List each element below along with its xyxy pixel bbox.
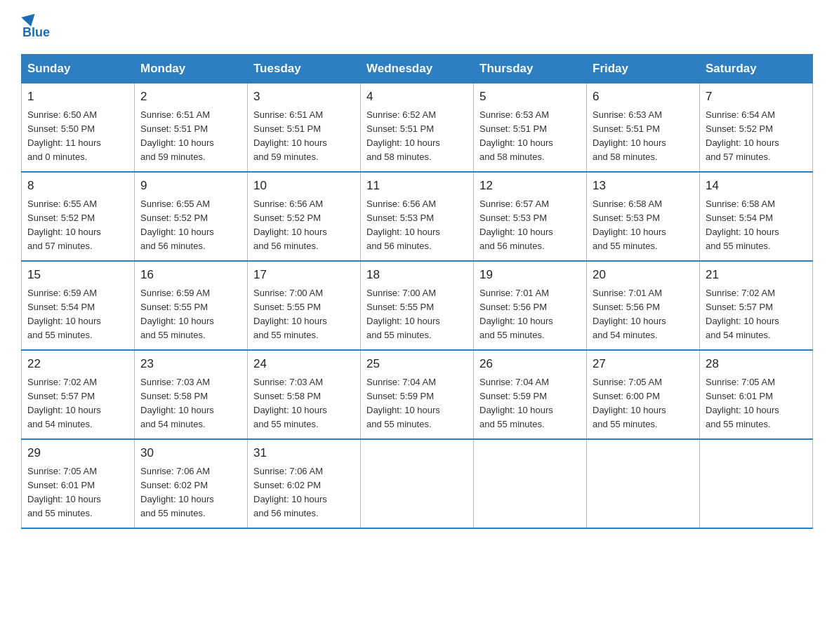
calendar-cell: 19 Sunrise: 7:01 AMSunset: 5:56 PMDaylig…: [474, 261, 587, 350]
calendar-cell: 29 Sunrise: 7:05 AMSunset: 6:01 PMDaylig…: [22, 439, 135, 528]
day-info: Sunrise: 7:05 AMSunset: 6:00 PMDaylight:…: [593, 377, 666, 429]
calendar-cell: 11 Sunrise: 6:56 AMSunset: 5:53 PMDaylig…: [361, 172, 474, 261]
day-info: Sunrise: 7:05 AMSunset: 6:01 PMDaylight:…: [706, 377, 779, 429]
day-info: Sunrise: 6:59 AMSunset: 5:54 PMDaylight:…: [27, 288, 101, 340]
calendar-cell: 4 Sunrise: 6:52 AMSunset: 5:51 PMDayligh…: [361, 83, 474, 173]
calendar-cell: [587, 439, 700, 528]
calendar-cell: 31 Sunrise: 7:06 AMSunset: 6:02 PMDaylig…: [248, 439, 361, 528]
calendar-cell: 30 Sunrise: 7:06 AMSunset: 6:02 PMDaylig…: [135, 439, 248, 528]
day-number: 25: [366, 355, 468, 373]
day-header-thursday: Thursday: [474, 55, 587, 83]
calendar-cell: 21 Sunrise: 7:02 AMSunset: 5:57 PMDaylig…: [700, 261, 813, 350]
day-info: Sunrise: 7:05 AMSunset: 6:01 PMDaylight:…: [27, 466, 101, 518]
day-info: Sunrise: 6:59 AMSunset: 5:55 PMDaylight:…: [140, 288, 214, 340]
day-number: 12: [479, 177, 581, 195]
calendar-cell: 3 Sunrise: 6:51 AMSunset: 5:51 PMDayligh…: [248, 83, 361, 173]
calendar-cell: 7 Sunrise: 6:54 AMSunset: 5:52 PMDayligh…: [700, 83, 813, 173]
calendar-cell: 24 Sunrise: 7:03 AMSunset: 5:58 PMDaylig…: [248, 350, 361, 439]
day-number: 7: [706, 88, 807, 106]
calendar-cell: 22 Sunrise: 7:02 AMSunset: 5:57 PMDaylig…: [22, 350, 135, 439]
calendar-cell: 28 Sunrise: 7:05 AMSunset: 6:01 PMDaylig…: [700, 350, 813, 439]
day-info: Sunrise: 6:54 AMSunset: 5:52 PMDaylight:…: [706, 109, 779, 162]
day-number: 31: [253, 444, 355, 462]
calendar-cell: 2 Sunrise: 6:51 AMSunset: 5:51 PMDayligh…: [135, 83, 248, 173]
day-number: 20: [593, 266, 694, 284]
calendar-table: SundayMondayTuesdayWednesdayThursdayFrid…: [21, 54, 813, 529]
day-header-tuesday: Tuesday: [248, 55, 361, 83]
day-info: Sunrise: 6:55 AMSunset: 5:52 PMDaylight:…: [27, 199, 101, 251]
day-info: Sunrise: 7:01 AMSunset: 5:56 PMDaylight:…: [593, 288, 666, 340]
calendar-cell: [474, 439, 587, 528]
day-header-sunday: Sunday: [22, 55, 135, 83]
day-info: Sunrise: 7:03 AMSunset: 5:58 PMDaylight:…: [253, 377, 327, 429]
day-header-saturday: Saturday: [700, 55, 813, 83]
day-number: 30: [140, 444, 241, 462]
day-info: Sunrise: 6:52 AMSunset: 5:51 PMDaylight:…: [366, 109, 440, 162]
day-number: 17: [253, 266, 355, 284]
calendar-cell: [700, 439, 813, 528]
day-number: 4: [366, 88, 468, 106]
calendar-cell: 15 Sunrise: 6:59 AMSunset: 5:54 PMDaylig…: [22, 261, 135, 350]
calendar-cell: 6 Sunrise: 6:53 AMSunset: 5:51 PMDayligh…: [587, 83, 700, 173]
calendar-cell: 27 Sunrise: 7:05 AMSunset: 6:00 PMDaylig…: [587, 350, 700, 439]
day-info: Sunrise: 6:51 AMSunset: 5:51 PMDaylight:…: [253, 109, 327, 162]
day-number: 22: [27, 355, 128, 373]
day-number: 8: [27, 177, 128, 195]
calendar-week-row: 22 Sunrise: 7:02 AMSunset: 5:57 PMDaylig…: [22, 350, 813, 439]
day-number: 21: [706, 266, 807, 284]
day-number: 19: [479, 266, 581, 284]
day-number: 3: [253, 88, 355, 106]
day-number: 1: [27, 88, 128, 106]
day-number: 29: [27, 444, 128, 462]
day-info: Sunrise: 7:02 AMSunset: 5:57 PMDaylight:…: [706, 288, 779, 340]
day-number: 27: [593, 355, 694, 373]
day-info: Sunrise: 6:58 AMSunset: 5:53 PMDaylight:…: [593, 199, 666, 251]
day-number: 14: [706, 177, 807, 195]
calendar-week-row: 8 Sunrise: 6:55 AMSunset: 5:52 PMDayligh…: [22, 172, 813, 261]
day-number: 16: [140, 266, 241, 284]
day-number: 11: [366, 177, 468, 195]
page-header: Blue: [21, 14, 813, 40]
day-number: 26: [479, 355, 581, 373]
calendar-cell: 16 Sunrise: 6:59 AMSunset: 5:55 PMDaylig…: [135, 261, 248, 350]
day-number: 13: [593, 177, 694, 195]
calendar-cell: 14 Sunrise: 6:58 AMSunset: 5:54 PMDaylig…: [700, 172, 813, 261]
calendar-cell: 12 Sunrise: 6:57 AMSunset: 5:53 PMDaylig…: [474, 172, 587, 261]
calendar-cell: 1 Sunrise: 6:50 AMSunset: 5:50 PMDayligh…: [22, 83, 135, 173]
day-info: Sunrise: 6:53 AMSunset: 5:51 PMDaylight:…: [479, 109, 553, 162]
logo: Blue: [21, 14, 50, 40]
day-info: Sunrise: 6:50 AMSunset: 5:50 PMDaylight:…: [27, 109, 101, 162]
day-number: 9: [140, 177, 241, 195]
day-info: Sunrise: 6:51 AMSunset: 5:51 PMDaylight:…: [140, 109, 214, 162]
day-info: Sunrise: 7:01 AMSunset: 5:56 PMDaylight:…: [479, 288, 553, 340]
calendar-week-row: 15 Sunrise: 6:59 AMSunset: 5:54 PMDaylig…: [22, 261, 813, 350]
day-number: 15: [27, 266, 128, 284]
day-number: 5: [479, 88, 581, 106]
day-info: Sunrise: 6:56 AMSunset: 5:53 PMDaylight:…: [366, 199, 440, 251]
day-number: 24: [253, 355, 355, 373]
calendar-cell: 25 Sunrise: 7:04 AMSunset: 5:59 PMDaylig…: [361, 350, 474, 439]
day-info: Sunrise: 7:00 AMSunset: 5:55 PMDaylight:…: [366, 288, 440, 340]
days-header-row: SundayMondayTuesdayWednesdayThursdayFrid…: [22, 55, 813, 83]
calendar-cell: 17 Sunrise: 7:00 AMSunset: 5:55 PMDaylig…: [248, 261, 361, 350]
day-header-monday: Monday: [135, 55, 248, 83]
logo-text: [21, 14, 37, 25]
calendar-cell: 5 Sunrise: 6:53 AMSunset: 5:51 PMDayligh…: [474, 83, 587, 173]
calendar-cell: 13 Sunrise: 6:58 AMSunset: 5:53 PMDaylig…: [587, 172, 700, 261]
day-number: 23: [140, 355, 241, 373]
day-info: Sunrise: 7:06 AMSunset: 6:02 PMDaylight:…: [140, 466, 214, 518]
day-header-wednesday: Wednesday: [361, 55, 474, 83]
day-header-friday: Friday: [587, 55, 700, 83]
calendar-cell: 20 Sunrise: 7:01 AMSunset: 5:56 PMDaylig…: [587, 261, 700, 350]
calendar-cell: 23 Sunrise: 7:03 AMSunset: 5:58 PMDaylig…: [135, 350, 248, 439]
day-info: Sunrise: 7:04 AMSunset: 5:59 PMDaylight:…: [366, 377, 440, 429]
day-info: Sunrise: 7:02 AMSunset: 5:57 PMDaylight:…: [27, 377, 101, 429]
day-number: 10: [253, 177, 355, 195]
calendar-cell: 8 Sunrise: 6:55 AMSunset: 5:52 PMDayligh…: [22, 172, 135, 261]
day-info: Sunrise: 6:57 AMSunset: 5:53 PMDaylight:…: [479, 199, 553, 251]
calendar-cell: 10 Sunrise: 6:56 AMSunset: 5:52 PMDaylig…: [248, 172, 361, 261]
calendar-week-row: 1 Sunrise: 6:50 AMSunset: 5:50 PMDayligh…: [22, 83, 813, 173]
day-info: Sunrise: 6:53 AMSunset: 5:51 PMDaylight:…: [593, 109, 666, 162]
day-info: Sunrise: 7:06 AMSunset: 6:02 PMDaylight:…: [253, 466, 327, 518]
day-number: 28: [706, 355, 807, 373]
